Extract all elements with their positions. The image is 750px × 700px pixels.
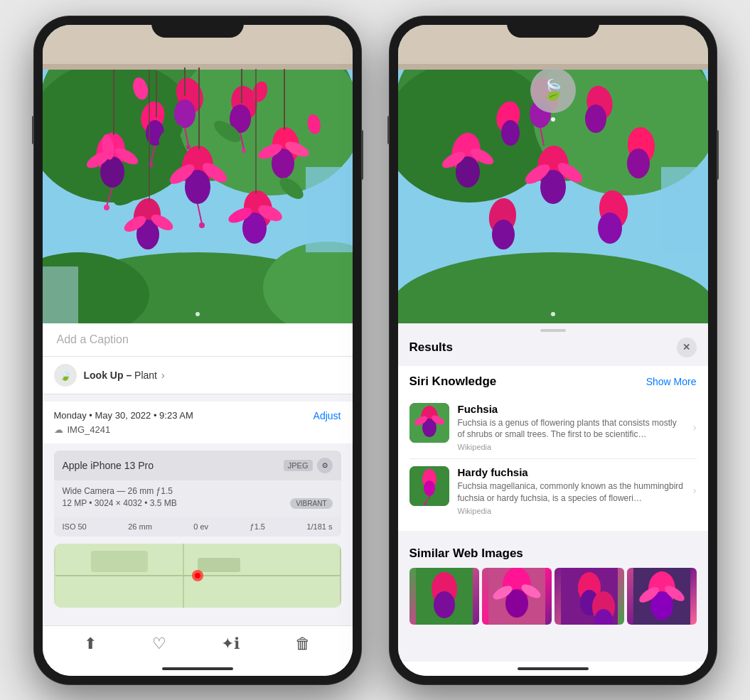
similar-img-2[interactable] (482, 568, 552, 625)
right-phone-inner: 🍃 Results ✕ Siri Knowledge Show More (398, 25, 708, 676)
svg-point-92 (627, 149, 650, 178)
similar-img-1[interactable] (409, 568, 479, 625)
svg-point-7 (174, 99, 195, 128)
svg-point-94 (492, 220, 515, 249)
location-icon: ⊙ (317, 458, 333, 473)
lookup-text: Look Up – Plant › (84, 370, 165, 381)
hardy-source: Wikipedia (458, 507, 685, 515)
meta-section: Monday • May 30, 2022 • 9:23 AM Adjust ☁… (43, 402, 353, 443)
notch-right (507, 16, 599, 38)
right-phone: 🍃 Results ✕ Siri Knowledge Show More (390, 16, 717, 684)
results-handle[interactable] (398, 323, 708, 338)
caption-input[interactable]: Add a Caption (43, 323, 353, 357)
results-header: Results ✕ (398, 338, 708, 366)
svg-point-112 (434, 591, 455, 618)
caption-placeholder: Add a Caption (57, 333, 129, 345)
vibrant-badge: VIBRANT (290, 498, 332, 509)
svg-rect-64 (91, 551, 148, 572)
handle-bar (540, 329, 566, 332)
hardy-arrow: › (693, 485, 697, 496)
similar-images (409, 568, 697, 625)
shutter: 1/181 s (306, 522, 332, 531)
siri-bubble: 🍃 (530, 68, 576, 113)
iso: ISO 50 (63, 522, 87, 531)
aperture: ƒ1.5 (250, 522, 265, 531)
adjust-button[interactable]: Adjust (314, 410, 341, 421)
camera-specs: Wide Camera — 26 mm ƒ1.5 12 MP • 3024 × … (54, 480, 341, 517)
camera-spec-2: 12 MP • 3024 × 4032 • 3.5 MB (63, 498, 177, 508)
device-name: Apple iPhone 13 Pro (63, 460, 154, 471)
svg-point-28 (199, 222, 205, 228)
info-area-left: Add a Caption 🍃 Look Up – Plant › Monday… (43, 323, 353, 625)
ev: 0 ev (193, 522, 208, 531)
device-section: Apple iPhone 13 Pro JPEG ⊙ Wide Camera —… (54, 451, 341, 537)
photo-area-left[interactable] (43, 25, 353, 323)
heart-button[interactable]: ♡ (152, 635, 166, 653)
hardy-content: Hardy fuchsia Fuchsia magellanica, commo… (458, 466, 685, 515)
lookup-icon: 🍃 (54, 364, 77, 387)
svg-rect-65 (198, 558, 240, 572)
info-button[interactable]: ✦ℹ (221, 635, 240, 653)
fuchsia-arrow: › (693, 421, 697, 433)
svg-rect-61 (306, 167, 353, 252)
trash-button[interactable]: 🗑 (295, 635, 311, 653)
fuchsia-thumbnail (409, 403, 449, 443)
siri-dot (551, 117, 555, 122)
svg-point-9 (186, 145, 191, 149)
left-phone: Add a Caption 🍃 Look Up – Plant › Monday… (34, 16, 361, 684)
svg-point-82 (585, 104, 606, 133)
lookup-row[interactable]: 🍃 Look Up – Plant › (43, 357, 353, 394)
fuchsia-name: Fuchsia (458, 403, 685, 415)
home-indicator-right (398, 662, 708, 676)
svg-rect-98 (661, 167, 708, 252)
svg-rect-5 (43, 64, 353, 70)
section-header: Siri Knowledge Show More (409, 375, 697, 389)
camera-spec-1: Wide Camera — 26 mm ƒ1.5 (63, 486, 173, 496)
page-indicator-left (195, 312, 200, 316)
phones-container: Add a Caption 🍃 Look Up – Plant › Monday… (34, 16, 717, 684)
focal: 26 mm (128, 522, 152, 531)
page-indicator-right (551, 312, 555, 316)
fuchsia-content: Fuchsia Fuchsia is a genus of flowering … (458, 403, 685, 452)
knowledge-item-fuchsia[interactable]: Fuchsia Fuchsia is a genus of flowering … (409, 396, 697, 460)
svg-rect-62 (43, 266, 78, 323)
left-phone-inner: Add a Caption 🍃 Look Up – Plant › Monday… (43, 25, 353, 676)
cloud-icon: ☁ (54, 424, 63, 435)
map-area[interactable] (54, 544, 341, 608)
notch-left (151, 16, 244, 38)
fuchsia-source: Wikipedia (458, 443, 685, 451)
home-indicator-left (43, 662, 353, 676)
flower-photo-left (43, 25, 353, 323)
hardy-name: Hardy fuchsia (458, 466, 685, 478)
svg-point-17 (242, 149, 246, 153)
filename: IMG_4241 (68, 424, 111, 435)
format-badge: JPEG (284, 460, 313, 471)
svg-point-109 (424, 502, 427, 505)
similar-img-3[interactable] (555, 568, 624, 625)
home-bar-right (518, 667, 589, 670)
svg-point-96 (598, 212, 622, 244)
hardy-thumbnail (409, 466, 449, 506)
similar-title: Similar Web Images (409, 546, 697, 561)
results-title: Results (409, 340, 453, 355)
exif-row: ISO 50 26 mm 0 ev ƒ1.5 1/181 s (54, 517, 341, 537)
home-bar-left (162, 667, 233, 670)
share-button[interactable]: ⬆ (84, 635, 97, 653)
fuchsia-desc: Fuchsia is a genus of flowering plants t… (458, 417, 685, 441)
siri-knowledge-title: Siri Knowledge (409, 375, 497, 389)
svg-point-69 (195, 573, 200, 578)
device-badges: JPEG ⊙ (284, 458, 333, 473)
bottom-toolbar: ⬆ ♡ ✦ℹ 🗑 (43, 625, 353, 662)
svg-point-107 (424, 480, 435, 496)
close-button[interactable]: ✕ (677, 338, 697, 357)
meta-date: Monday • May 30, 2022 • 9:23 AM (54, 410, 193, 421)
photo-area-right[interactable]: 🍃 (398, 25, 708, 323)
hardy-desc: Fuchsia magellanica, commonly known as t… (458, 480, 685, 505)
similar-section: Similar Web Images (398, 538, 708, 630)
show-more-button[interactable]: Show More (646, 376, 697, 387)
svg-point-21 (104, 205, 109, 210)
siri-knowledge-section: Siri Knowledge Show More (398, 366, 708, 531)
similar-img-4[interactable] (627, 568, 697, 625)
knowledge-item-hardy[interactable]: Hardy fuchsia Fuchsia magellanica, commo… (409, 459, 697, 522)
siri-leaf-icon: 🍃 (540, 78, 565, 102)
